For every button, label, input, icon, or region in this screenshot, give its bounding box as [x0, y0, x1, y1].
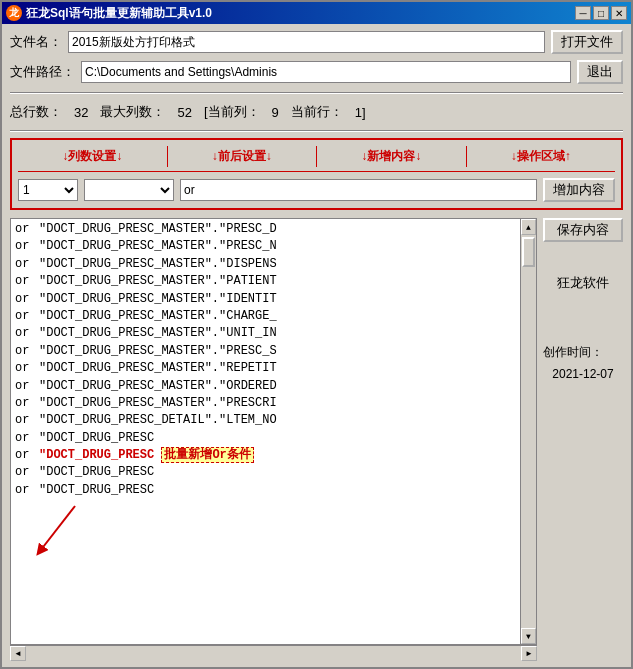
operation-header: ↓操作区域↑ [467, 146, 616, 167]
current-row-label: 当前行： [291, 103, 343, 121]
scroll-down-button[interactable]: ▼ [521, 628, 536, 644]
vertical-scrollbar[interactable]: ▲ ▼ [520, 219, 536, 644]
scroll-track[interactable] [521, 235, 536, 628]
add-content-button[interactable]: 增加内容 [543, 178, 615, 202]
date-value: 2021-12-07 [543, 367, 623, 381]
list-item: or "DOCT_DRUG_PRESC_MASTER"."PATIENT [15, 273, 532, 290]
position-select[interactable]: 前置 后置 [84, 179, 174, 201]
file-name-input[interactable] [68, 31, 545, 53]
divider-2 [10, 130, 623, 132]
open-file-button[interactable]: 打开文件 [551, 30, 623, 54]
total-rows-value: 32 [74, 105, 88, 120]
total-rows-label: 总行数： [10, 103, 62, 121]
file-path-input[interactable] [81, 61, 571, 83]
max-cols-label: 最大列数： [100, 103, 165, 121]
current-col-value: 9 [272, 105, 279, 120]
right-panel: 保存内容 狂龙软件 创作时间： 2021-12-07 [543, 218, 623, 661]
exit-button[interactable]: 退出 [577, 60, 623, 84]
list-item: or "DOCT_DRUG_PRESC_MASTER"."UNIT_IN [15, 325, 532, 342]
minimize-button[interactable]: ─ [575, 6, 591, 20]
list-item: or "DOCT_DRUG_PRESC_DETAIL"."LTEM_NO [15, 412, 532, 429]
h-scroll-track[interactable] [26, 646, 521, 661]
file-name-row: 文件名： 打开文件 [10, 30, 623, 54]
list-item: or "DOCT_DRUG_PRESC_MASTER"."ORDERED [15, 378, 532, 395]
current-row-value: 1] [355, 105, 366, 120]
horizontal-scrollbar[interactable]: ◄ ► [10, 645, 537, 661]
list-item: or "DOCT_DRUG_PRESC_MASTER"."PRESC_N [15, 238, 532, 255]
list-area: or "DOCT_DRUG_PRESC_MASTER"."PRESC_D or … [10, 218, 537, 661]
list-box[interactable]: or "DOCT_DRUG_PRESC_MASTER"."PRESC_D or … [10, 218, 537, 645]
column-select[interactable]: 1 2 3 4 5 [18, 179, 78, 201]
scroll-left-button[interactable]: ◄ [10, 646, 26, 661]
info-row: 总行数： 32 最大列数： 52 [当前列： 9 当前行： 1] [10, 100, 623, 124]
new-content-header: ↓新增内容↓ [317, 146, 467, 167]
list-item: or "DOCT_DRUG_PRESC_MASTER"."PRESCRI [15, 395, 532, 412]
scroll-thumb[interactable] [522, 237, 535, 267]
max-cols-value: 52 [177, 105, 191, 120]
red-box-header: ↓列数设置↓ ↓前后设置↓ ↓新增内容↓ ↓操作区域↑ [18, 146, 615, 172]
list-item: or "DOCT_DRUG_PRESC [15, 464, 532, 481]
list-item: or "DOCT_DRUG_PRESC_MASTER"."DISPENS [15, 256, 532, 273]
current-col-label: [当前列： [204, 103, 260, 121]
main-window: 龙 狂龙Sql语句批量更新辅助工具v1.0 ─ □ ✕ 文件名： 打开文件 文件… [0, 0, 633, 669]
file-path-row: 文件路径： 退出 [10, 60, 623, 84]
list-item: or "DOCT_DRUG_PRESC 批量新增Or条件 [15, 447, 532, 464]
list-item: or "DOCT_DRUG_PRESC_MASTER"."PRESC_S [15, 343, 532, 360]
list-content: or "DOCT_DRUG_PRESC_MASTER"."PRESC_D or … [11, 219, 536, 501]
col-settings-header: ↓列数设置↓ [18, 146, 168, 167]
created-label: 创作时间： [543, 344, 623, 361]
divider-1 [10, 92, 623, 94]
list-item: or "DOCT_DRUG_PRESC [15, 430, 532, 447]
title-buttons: ─ □ ✕ [575, 6, 627, 20]
red-box-section: ↓列数设置↓ ↓前后设置↓ ↓新增内容↓ ↓操作区域↑ 1 2 3 4 5 前置… [10, 138, 623, 210]
scroll-up-button[interactable]: ▲ [521, 219, 536, 235]
title-bar-left: 龙 狂龙Sql语句批量更新辅助工具v1.0 [6, 5, 212, 22]
list-item: or "DOCT_DRUG_PRESC [15, 482, 532, 499]
file-name-label: 文件名： [10, 33, 62, 51]
save-content-button[interactable]: 保存内容 [543, 218, 623, 242]
app-icon: 龙 [6, 5, 22, 21]
scroll-right-button[interactable]: ► [521, 646, 537, 661]
main-content: 文件名： 打开文件 文件路径： 退出 总行数： 32 最大列数： 52 [当前列… [2, 24, 631, 667]
company-label: 狂龙软件 [543, 274, 623, 292]
file-path-label: 文件路径： [10, 63, 75, 81]
maximize-button[interactable]: □ [593, 6, 609, 20]
title-bar: 龙 狂龙Sql语句批量更新辅助工具v1.0 ─ □ ✕ [2, 2, 631, 24]
close-button[interactable]: ✕ [611, 6, 627, 20]
list-item: or "DOCT_DRUG_PRESC_MASTER"."IDENTIT [15, 291, 532, 308]
pos-settings-header: ↓前后设置↓ [168, 146, 318, 167]
main-area: or "DOCT_DRUG_PRESC_MASTER"."PRESC_D or … [10, 218, 623, 661]
list-item: or "DOCT_DRUG_PRESC_MASTER"."REPETIT [15, 360, 532, 377]
controls-row: 1 2 3 4 5 前置 后置 增加内容 [18, 178, 615, 202]
list-item: or "DOCT_DRUG_PRESC_MASTER"."CHARGE_ [15, 308, 532, 325]
window-title: 狂龙Sql语句批量更新辅助工具v1.0 [26, 5, 212, 22]
new-content-input[interactable] [180, 179, 537, 201]
list-item: or "DOCT_DRUG_PRESC_MASTER"."PRESC_D [15, 221, 532, 238]
